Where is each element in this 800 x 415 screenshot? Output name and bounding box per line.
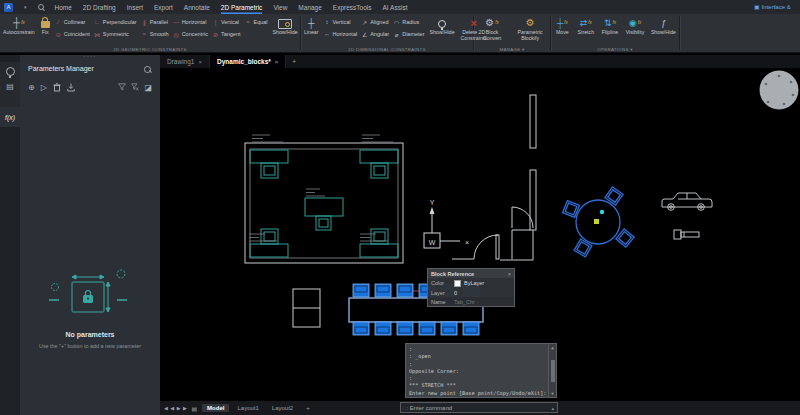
perpendicular-button[interactable]: ∟Perpendicular (94, 18, 137, 26)
menu-insert[interactable]: Insert (127, 1, 143, 14)
menu-home[interactable]: Home (55, 1, 72, 14)
dim-horizontal-button[interactable]: ↔Horizontal (323, 30, 357, 38)
bolt-block[interactable] (674, 230, 699, 239)
command-history-window[interactable]: : : _open : Opposite Corner: : *** STRET… (405, 343, 557, 398)
delete-parameter-icon[interactable] (53, 83, 61, 92)
parameters-fx-tab[interactable]: f(x) (0, 107, 20, 127)
menu-annotate[interactable]: Annotate (184, 1, 210, 14)
panel-grip[interactable]: ···· (20, 54, 160, 60)
scroll-up-icon[interactable]: ▲ (551, 344, 553, 351)
tooltip-row-layer[interactable]: Layer 0 (428, 288, 514, 297)
menu-expresstools[interactable]: ExpressTools (333, 1, 372, 14)
vertical-button[interactable]: ∣Vertical (212, 18, 241, 26)
linear-button[interactable]: ┼ Linear (301, 14, 321, 36)
close-icon[interactable]: × (198, 59, 202, 65)
evaluate-button[interactable]: ▷ (41, 83, 47, 92)
horizontal-button[interactable]: ―Horizontal (173, 18, 208, 26)
window-block[interactable] (293, 289, 320, 327)
equal-button[interactable]: =Equal (245, 18, 268, 26)
flange-block[interactable] (760, 71, 798, 109)
menu-view[interactable]: View (273, 1, 287, 14)
menu-manage[interactable]: Manage (298, 1, 322, 14)
grip-point-yellow[interactable] (594, 219, 599, 224)
sheet-list-icon[interactable]: ▤ (191, 405, 197, 412)
close-icon[interactable]: × (275, 59, 279, 65)
app-menu-caret-icon[interactable]: ▾ (24, 4, 27, 10)
menu-2d-parametric[interactable]: 2D Parametric (221, 1, 263, 14)
command-input-bar[interactable]: ⁞ : Enter command ▴ (400, 402, 558, 413)
diameter-button[interactable]: ⌀Diameter (393, 30, 424, 38)
add-layout-button[interactable]: + (301, 404, 315, 412)
doc-tab-drawing1[interactable]: Drawing1 × (160, 55, 210, 68)
tab-model[interactable]: Model (202, 404, 229, 412)
app-logo-icon[interactable]: A (4, 3, 13, 12)
close-icon[interactable]: × (508, 271, 511, 277)
move-button[interactable]: ┼fx Move (551, 14, 574, 36)
last-sheet-button[interactable]: ▶ (183, 405, 186, 411)
first-sheet-button[interactable]: ◀ (164, 405, 167, 411)
radius-icon: ◠ (393, 19, 400, 26)
menu-export[interactable]: Export (154, 1, 173, 14)
wall-and-door-lines[interactable] (452, 95, 536, 260)
prev-sheet-button[interactable]: ◀ (170, 405, 173, 411)
flipline-button[interactable]: ⇅fx Flipline (598, 14, 622, 36)
concentric-button[interactable]: ◎Concentric (173, 30, 208, 38)
horizontal-icon: ― (173, 19, 180, 25)
group-label-operations[interactable]: OPERATIONS ▾ (551, 47, 679, 52)
new-doc-tab-button[interactable]: + (286, 55, 302, 68)
menu-ai-assist[interactable]: AI Assist (383, 1, 408, 14)
group-label-manage[interactable]: MANAGE ▾ (474, 47, 550, 52)
layers-icon[interactable]: ▤ (6, 82, 14, 91)
lightbulb-icon[interactable] (6, 67, 15, 76)
car-block[interactable] (662, 193, 712, 210)
radius-button[interactable]: ◠Radius (393, 18, 424, 26)
parallel-button[interactable]: ∥Parallel (141, 18, 169, 26)
tooltip-row-color[interactable]: Color ByLayer (428, 278, 514, 288)
dim-vertical-button[interactable]: ↕Vertical (323, 18, 357, 26)
coincident-button[interactable]: ⊙Coincident (55, 30, 90, 38)
dim-column-2: ↗Aligned ∠Angular (359, 14, 391, 38)
filter-icon[interactable] (118, 83, 126, 91)
scroll-down-icon[interactable]: ▼ (551, 390, 553, 397)
geo-showhide-button[interactable]: Show/Hide (270, 14, 301, 36)
constraint-column-5: ∣Vertical ⊘Tangent (210, 14, 243, 38)
ops-showhide-button[interactable]: ƒ Show/Hide (648, 14, 679, 36)
dim-showhide-button[interactable]: Show/Hide (426, 14, 457, 36)
next-sheet-button[interactable]: ▶ (177, 405, 180, 411)
block-convert-button[interactable]: ⚙fx Block Convert (474, 14, 510, 42)
strip-icon-block: ▤ (0, 62, 20, 107)
coincident-icon: ⊙ (55, 31, 62, 38)
add-parameter-button[interactable]: ⊕ (28, 83, 35, 92)
aligned-button[interactable]: ↗Aligned (361, 18, 389, 26)
concentric-icon: ◎ (173, 31, 180, 38)
expand-history-icon[interactable]: ▴ (551, 405, 557, 411)
round-table-block[interactable] (563, 187, 635, 257)
interface-badge[interactable]: ▣ Interface & (754, 0, 800, 13)
stretch-button[interactable]: ⇄fx Stretch (574, 14, 598, 36)
collinear-button[interactable]: ∕Collinear (55, 18, 90, 26)
panel-search-icon[interactable] (144, 66, 151, 73)
filter-clear-icon[interactable] (131, 83, 139, 91)
symmetric-button[interactable]: ⋈Symmetric (94, 30, 137, 38)
tangent-button[interactable]: ⊘Tangent (212, 30, 241, 38)
tab-layout1[interactable]: Layout1 (232, 404, 263, 412)
import-parameters-icon[interactable] (67, 83, 75, 92)
doc-tab-dynamic-blocks[interactable]: Dynamic_blocks* × (210, 55, 286, 68)
command-line: : (409, 346, 547, 353)
menubar-search-icon[interactable] (38, 4, 44, 10)
fix-button[interactable]: Fix (38, 14, 53, 36)
tab-layout2[interactable]: Layout2 (267, 404, 298, 412)
parametric-blockify-button[interactable]: ⚙ Parametric Blockify (510, 14, 550, 42)
ribbon-group-geometric: ┼fx Autoconstrain Fix ∕Collinear ⊙Coinci… (0, 14, 300, 52)
visibility-button[interactable]: ◉fx Visibility (622, 14, 648, 36)
grip-point-cyan[interactable] (600, 210, 604, 214)
command-prompt[interactable]: : Enter command (406, 405, 452, 411)
menu-2d-drafting[interactable]: 2D Drafting (83, 1, 116, 14)
drag-grip-icon[interactable]: ⁞ (403, 405, 404, 411)
angular-button[interactable]: ∠Angular (361, 30, 389, 38)
autoconstrain-button[interactable]: ┼fx Autoconstrain (0, 14, 38, 36)
ribbon-group-manage: ⚙fx Block Convert ⚙ Parametric Blockify … (474, 14, 550, 52)
smooth-button[interactable]: ≈Smooth (141, 30, 169, 38)
scrollbar-thumb[interactable] (551, 360, 555, 382)
contrast-icon[interactable]: ◪ (144, 83, 152, 92)
